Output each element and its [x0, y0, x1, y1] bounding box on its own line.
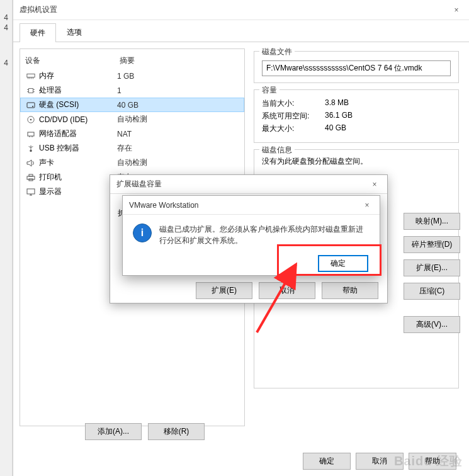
close-icon[interactable]: × — [368, 180, 381, 189]
svg-rect-5 — [29, 88, 33, 93]
help-button[interactable]: 帮助 — [409, 453, 456, 470]
expand-confirm-button[interactable]: 扩展(E) — [196, 282, 252, 299]
display-icon — [25, 188, 37, 196]
svg-point-11 — [32, 106, 33, 107]
disk-info-legend: 磁盘信息 — [259, 145, 295, 156]
expand-help-button[interactable]: 帮助 — [322, 282, 378, 299]
hardware-add-remove-bar: 添加(A)... 移除(R) — [32, 422, 257, 444]
remove-hardware-button[interactable]: 移除(R) — [148, 423, 205, 440]
close-icon[interactable]: × — [361, 201, 373, 210]
defrag-button[interactable]: 碎片整理(D) — [404, 236, 460, 253]
capacity-legend: 容量 — [259, 85, 280, 96]
svg-point-13 — [30, 118, 32, 120]
expand-cancel-button[interactable]: 取消 — [259, 282, 315, 299]
advanced-button[interactable]: 高级(V)... — [404, 316, 460, 333]
printer-icon — [25, 173, 37, 182]
hw-row-sound[interactable]: 声卡 自动检测 — [20, 156, 244, 170]
hw-row-memory[interactable]: 内存 1 GB — [20, 69, 244, 83]
sound-icon — [25, 159, 37, 167]
svg-rect-23 — [29, 174, 33, 176]
info-ok-button[interactable]: 确定 — [318, 255, 368, 272]
map-button[interactable]: 映射(M)... — [404, 213, 460, 230]
tab-options[interactable]: 选项 — [56, 23, 93, 42]
free-space-value: 36.1 GB — [325, 111, 353, 122]
capacity-fieldset: 容量 当前大小:3.8 MB 系统可用空间:36.1 GB 最大大小:40 GB — [254, 89, 459, 143]
dialog-footer: 确定 取消 帮助 — [303, 453, 456, 470]
tab-hardware[interactable]: 硬件 — [20, 23, 56, 42]
svg-rect-14 — [28, 132, 34, 136]
expand-dialog-title: 扩展磁盘容量 — [116, 179, 368, 190]
info-icon: i — [133, 224, 152, 242]
col-summary: 摘要 — [120, 55, 135, 66]
free-space-label: 系统可用空间: — [262, 111, 325, 122]
max-size-label: 最大大小: — [262, 123, 325, 134]
expand-button[interactable]: 扩展(E)... — [404, 259, 460, 276]
disk-file-fieldset: 磁盘文件 F:\VMware\sssssssssss\CentOS 7 64 位… — [254, 51, 459, 83]
hw-row-cd[interactable]: CD/DVD (IDE) 自动检测 — [20, 112, 244, 127]
current-size-label: 当前大小: — [262, 98, 325, 109]
col-device: 设备 — [25, 55, 120, 66]
svg-rect-25 — [27, 189, 35, 194]
window-titlebar: 虚拟机设置 × — [13, 0, 469, 20]
cd-icon — [25, 115, 37, 124]
vmware-info-dialog: VMware Workstation × i 磁盘已成功扩展。您必须从客户机操作… — [122, 195, 380, 276]
hw-row-usb[interactable]: USB 控制器 存在 — [20, 141, 244, 156]
disk-utility-buttons: 映射(M)... 碎片整理(D) 扩展(E)... 压缩(C) 高级(V)... — [404, 213, 460, 333]
svg-line-20 — [31, 146, 33, 147]
close-icon[interactable]: × — [450, 6, 463, 14]
ok-button[interactable]: 确定 — [303, 453, 351, 470]
disk-info-text: 没有为此硬盘预分配磁盘空间。 — [262, 156, 451, 167]
current-size-value: 3.8 MB — [325, 98, 349, 109]
hardware-list-header: 设备 摘要 — [20, 53, 244, 69]
memory-icon — [25, 72, 37, 81]
disk-icon — [25, 101, 37, 110]
info-dialog-title: VMware Workstation — [129, 201, 361, 210]
compact-button[interactable]: 压缩(C) — [404, 283, 460, 300]
settings-tabs: 硬件 选项 — [13, 23, 469, 42]
hw-row-disk[interactable]: 硬盘 (SCSI) 40 GB — [20, 98, 244, 112]
svg-rect-10 — [27, 103, 35, 108]
cpu-icon — [25, 86, 37, 95]
info-message: 磁盘已成功扩展。您必须从客户机操作系统内部对磁盘重新进行分区和扩展文件系统。 — [159, 224, 370, 246]
svg-marker-21 — [27, 160, 31, 166]
net-icon — [25, 130, 37, 139]
app-sidebar: 4 4 4 — [0, 0, 13, 476]
hw-row-net[interactable]: 网络适配器 NAT — [20, 127, 244, 141]
add-hardware-button[interactable]: 添加(A)... — [85, 423, 142, 440]
disk-file-path[interactable]: F:\VMware\sssssssssss\CentOS 7 64 位.vmdk — [262, 60, 451, 76]
svg-rect-0 — [27, 74, 35, 77]
cancel-button[interactable]: 取消 — [356, 453, 404, 470]
hw-row-cpu[interactable]: 处理器 1 — [20, 83, 244, 98]
usb-icon — [25, 144, 37, 153]
window-title: 虚拟机设置 — [20, 4, 450, 15]
disk-file-legend: 磁盘文件 — [259, 47, 295, 57]
max-size-value: 40 GB — [325, 123, 346, 134]
svg-line-19 — [29, 146, 31, 147]
